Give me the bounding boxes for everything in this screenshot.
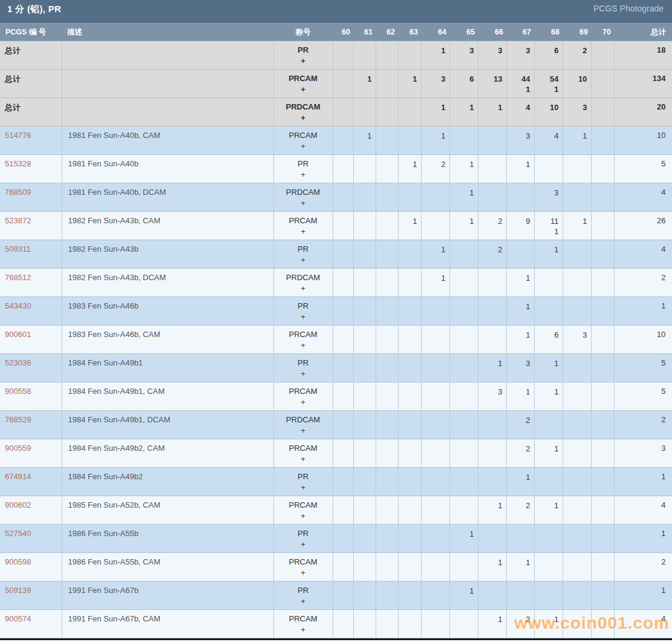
grade-66-count — [478, 297, 506, 326]
grade-66-count — [478, 155, 506, 183]
grade-67-count: 3 — [506, 126, 534, 155]
grade-66-count — [478, 581, 506, 610]
grade-65-count: 6 — [449, 70, 478, 98]
row-total: 10 — [614, 326, 672, 354]
pcgs-number-link[interactable]: 527540 — [5, 529, 31, 538]
grade-67-count: 2 — [506, 439, 534, 468]
table-row: 515328 1981 Fen Sun-A40b PR + 1 2 1 1 5 — [0, 155, 672, 183]
coin-description: 1991 Fen Sun-A67b — [62, 581, 273, 610]
grade-65-count — [449, 297, 478, 326]
grade-62-count — [376, 240, 398, 269]
grade-63-count — [398, 354, 421, 382]
pcgs-number-link[interactable]: 543430 — [5, 301, 31, 310]
pcgs-number-link[interactable]: 900574 — [5, 614, 31, 623]
designation-label: PRCAM + — [273, 126, 333, 155]
pcgs-number-link[interactable]: 509139 — [5, 586, 31, 595]
grade-66-count: 1 — [478, 553, 506, 581]
totals-row: 总计 PRCAM + 1 1 3 6 13 44 1 54 1 10 134 — [0, 70, 672, 98]
grade-60-count — [333, 126, 353, 155]
grade-64-count — [421, 382, 449, 411]
pcgs-number-link[interactable]: 768509 — [5, 188, 31, 197]
grade-63-count — [398, 326, 421, 354]
grade-67-count: 44 1 — [506, 70, 534, 98]
pcgs-number-link[interactable]: 523872 — [5, 216, 31, 225]
pcgs-number-link[interactable]: 900598 — [5, 557, 31, 566]
grade-62-count — [376, 525, 398, 553]
grade-68-count: 1 — [534, 382, 563, 411]
grade-64-count: 3 — [421, 70, 449, 98]
pcgs-number-link[interactable]: 509311 — [5, 244, 30, 254]
col-header-grade-60: 60 — [333, 24, 353, 41]
grade-70-count — [591, 354, 614, 382]
designation-label: PR + — [273, 155, 333, 183]
grade-69-count: 3 — [563, 98, 591, 126]
coin-description: 1984 Fen Sun-A49b2 — [62, 468, 273, 496]
pcgs-number-link[interactable]: 515328 — [5, 159, 31, 168]
pcgs-number-link[interactable]: 523036 — [5, 358, 31, 367]
grade-69-count — [563, 553, 591, 581]
table-row: 900558 1984 Fen Sun-A49b1, CAM PRCAM + 3… — [0, 382, 672, 411]
grade-69-count — [563, 610, 591, 638]
grade-66-count: 2 — [478, 212, 506, 240]
grade-69-count — [563, 155, 591, 183]
coin-description: 1984 Fen Sun-A49b1 — [62, 354, 273, 382]
grade-63-count — [398, 41, 421, 70]
grade-68-count — [534, 553, 563, 581]
pcgs-number-link[interactable]: 768529 — [5, 415, 31, 424]
grade-63-count — [398, 610, 421, 638]
grade-70-count — [591, 212, 614, 240]
grade-69-count: 1 — [563, 212, 591, 240]
grade-63-count — [398, 240, 421, 269]
grade-64-count — [421, 610, 449, 638]
col-header-grade-67: 67 — [506, 24, 534, 41]
col-header-description: 描述 — [62, 24, 273, 41]
designation-label: PRDCAM + — [273, 269, 333, 297]
grade-65-count: 3 — [449, 41, 478, 70]
row-total: 1 — [614, 525, 672, 553]
grade-68-count — [534, 297, 563, 326]
grade-62-count — [376, 98, 398, 126]
table-row: 900602 1985 Fen Sun-A52b, CAM PRCAM + 1 … — [0, 496, 672, 525]
grade-61-count — [353, 610, 376, 638]
pcgs-number-link[interactable]: 900601 — [5, 330, 31, 339]
grade-64-count: 1 — [421, 126, 449, 155]
pcgs-number-link[interactable]: 900602 — [5, 500, 31, 509]
grade-65-count — [449, 269, 478, 297]
grade-64-count — [421, 212, 449, 240]
table-row: 543430 1983 Fen Sun-A46b PR + 1 1 — [0, 297, 672, 326]
coin-description: 1982 Fen Sun-A43b, CAM — [62, 212, 273, 240]
grade-68-count — [534, 468, 563, 496]
grade-62-count — [376, 326, 398, 354]
coin-description: 1982 Fen Sun-A43b, DCAM — [62, 269, 273, 297]
grade-65-count — [449, 553, 478, 581]
table-row: 509139 1991 Fen Sun-A67b PR + 1 1 — [0, 581, 672, 610]
grade-69-count: 3 — [563, 326, 591, 354]
grade-67-count — [506, 183, 534, 212]
grade-60-count — [333, 496, 353, 525]
pcgs-number-link[interactable]: 900559 — [5, 444, 31, 453]
col-header-grade-63: 63 — [398, 24, 421, 41]
grade-62-count — [376, 354, 398, 382]
grade-60-count — [333, 610, 353, 638]
pcgs-number-link[interactable]: 768512 — [5, 273, 31, 282]
coin-description: 1981 Fen Sun-A40b — [62, 155, 273, 183]
pcgs-number-link[interactable]: 674914 — [5, 472, 31, 481]
designation-label: PRCAM + — [273, 70, 333, 98]
grade-64-count — [421, 581, 449, 610]
grade-66-count — [478, 326, 506, 354]
designation-label: PRDCAM + — [273, 183, 333, 212]
grade-63-count: 1 — [398, 212, 421, 240]
grade-70-count — [591, 269, 614, 297]
grade-64-count — [421, 183, 449, 212]
grade-61-count: 1 — [353, 126, 376, 155]
col-header-grade-68: 68 — [534, 24, 563, 41]
pcgs-number-link[interactable]: 514776 — [5, 131, 31, 140]
row-total: 2 — [614, 269, 672, 297]
grade-60-count — [333, 155, 353, 183]
designation-label: PR + — [273, 297, 333, 326]
pcgs-number-link[interactable]: 900558 — [5, 387, 31, 396]
col-header-grade-64: 64 — [421, 24, 449, 41]
grade-68-count — [534, 581, 563, 610]
grade-62-count — [376, 212, 398, 240]
grade-67-count: 9 — [506, 212, 534, 240]
